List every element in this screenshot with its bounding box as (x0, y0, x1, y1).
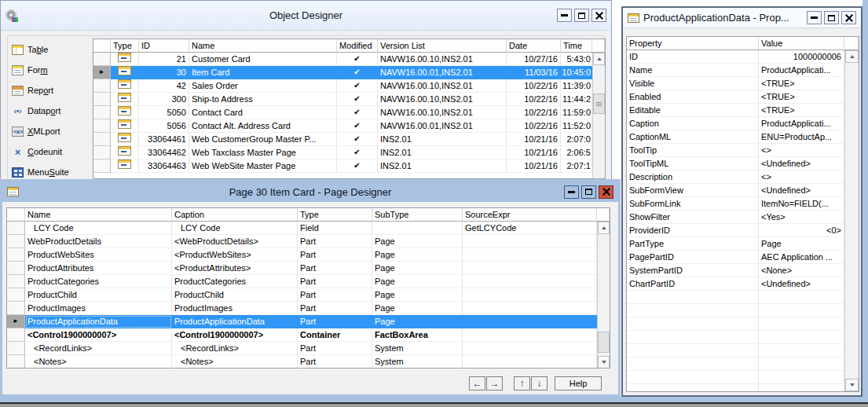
close-button[interactable] (599, 185, 613, 199)
property-row[interactable]: ChartPartID<Undefined> (627, 277, 859, 291)
cell-type[interactable] (111, 93, 139, 106)
cell-modified[interactable]: ✔ (337, 160, 378, 173)
cell-id[interactable]: 5056 (139, 119, 189, 133)
cell-time[interactable]: 2:06:5 (561, 146, 592, 160)
minimize-button[interactable] (557, 9, 572, 22)
row-selector[interactable] (93, 53, 111, 66)
control-row[interactable]: <RecordLinks><RecordLinks>PartSystem (7, 342, 610, 355)
property-row[interactable]: ToolTip<> (627, 144, 859, 157)
row-selector[interactable] (7, 328, 25, 342)
cell-version[interactable]: NAVW16.00.01,INS2.01 (378, 119, 507, 133)
cell-date[interactable]: 10/22/16 (507, 106, 561, 119)
cell-property[interactable]: Enabled (627, 90, 759, 104)
cell-value[interactable]: <Undefined> (759, 277, 844, 291)
cell-property[interactable] (627, 317, 759, 331)
cell-property[interactable]: SubFormView (627, 184, 759, 197)
cell-id[interactable]: 300 (139, 93, 189, 106)
cell-type[interactable]: Field (298, 222, 372, 235)
close-button[interactable] (841, 11, 856, 24)
cell-type[interactable] (111, 106, 139, 119)
cell-sourceexpr[interactable] (463, 328, 597, 342)
cell-value[interactable]: 1000000006 (759, 50, 844, 64)
cell-time[interactable]: 5:43:0 (561, 53, 592, 66)
cell-value[interactable]: ENU=ProductAp... (759, 130, 844, 144)
property-row[interactable]: ToolTipML<Undefined> (627, 157, 859, 170)
row-selector[interactable] (93, 146, 111, 160)
control-row[interactable]: ProductChildProductChildPartPage (7, 288, 610, 302)
cell-name[interactable]: <Control1900000007> (25, 328, 172, 342)
property-row[interactable]: PagePartIDAEC Application ... (627, 251, 859, 264)
cell-property[interactable] (627, 291, 759, 304)
row-selector[interactable] (93, 93, 111, 106)
cell-property[interactable]: ToolTip (627, 144, 759, 157)
cell-value[interactable]: Page (759, 237, 844, 251)
sidebar-item-codeunit[interactable]: Codeunit (12, 144, 62, 160)
cell-name[interactable]: Contact Alt. Address Card (189, 119, 337, 133)
row-selector[interactable] (7, 342, 25, 355)
property-row[interactable] (627, 291, 859, 304)
cell-date[interactable]: 10/21/16 (507, 146, 561, 160)
cell-sourceexpr[interactable] (463, 235, 597, 248)
cell-caption[interactable]: ProductChild (172, 288, 298, 302)
cell-time[interactable]: 10:45:0 (561, 66, 592, 79)
sidebar-item-dataport[interactable]: Dataport (12, 103, 60, 119)
cell-id[interactable]: 33064461 (139, 133, 189, 146)
cell-property[interactable]: ID (627, 50, 759, 64)
cell-property[interactable] (627, 358, 759, 371)
cell-subtype[interactable]: Page (372, 275, 463, 288)
close-button[interactable] (591, 9, 606, 22)
property-row[interactable] (627, 358, 859, 371)
cell-subtype[interactable]: Page (372, 248, 463, 262)
move-right-button[interactable]: → (486, 376, 503, 390)
minimize-button[interactable] (564, 185, 579, 199)
scrollbar-thumb[interactable] (598, 332, 610, 353)
cell-value[interactable]: <> (759, 144, 844, 157)
cell-type[interactable]: Part (298, 355, 372, 368)
row-selector[interactable] (93, 133, 111, 146)
cell-subtype[interactable]: FactBoxArea (372, 328, 463, 342)
property-row[interactable]: CaptionMLENU=ProductAp... (627, 130, 859, 144)
property-row[interactable]: CaptionProductApplicati... (627, 117, 859, 130)
cell-name[interactable]: LCY Code (25, 222, 172, 235)
row-selector[interactable] (93, 119, 111, 133)
vertical-scrollbar[interactable] (844, 50, 859, 391)
cell-property[interactable]: ShowFilter (627, 211, 759, 224)
cell-version[interactable]: NAVW16.00.10,INS2.01 (378, 79, 507, 93)
property-row[interactable]: SystemPartID<None> (627, 264, 859, 277)
row-selector[interactable] (93, 79, 111, 93)
cell-value[interactable]: <None> (759, 264, 844, 277)
cell-property[interactable]: ChartPartID (627, 277, 759, 291)
property-row[interactable]: ShowFilter<Yes> (627, 211, 859, 224)
cell-time[interactable]: 11:52:0 (561, 119, 592, 133)
cell-modified[interactable]: ✔ (337, 119, 378, 133)
cell-modified[interactable]: ✔ (337, 133, 378, 146)
property-row[interactable] (627, 331, 859, 344)
cell-type[interactable] (111, 66, 139, 79)
cell-name[interactable]: Web CustomerGroup Master P... (189, 133, 337, 146)
cell-time[interactable]: 2:07:1 (561, 160, 592, 173)
cell-modified[interactable]: ✔ (337, 106, 378, 119)
maximize-button[interactable] (824, 11, 839, 24)
control-row[interactable]: WebProductDetails<WebProductDetails>Part… (7, 235, 610, 248)
cell-subtype[interactable]: Page (372, 235, 463, 248)
property-row[interactable]: Description<> (627, 170, 859, 184)
property-row[interactable]: Visible<TRUE> (627, 77, 859, 90)
cell-sourceexpr[interactable] (463, 275, 597, 288)
cell-name[interactable]: <Notes> (25, 355, 172, 368)
cell-version[interactable]: INS2.01 (378, 133, 507, 146)
cell-date[interactable]: 10/21/16 (507, 133, 561, 146)
cell-type[interactable] (111, 133, 139, 146)
sidebar-item-xmlport[interactable]: XMLport (12, 123, 60, 139)
page-designer-titlebar[interactable]: Page 30 Item Card - Page Designer (2, 182, 618, 202)
row-selector[interactable] (7, 275, 25, 288)
property-row[interactable]: ProviderID<0> (627, 224, 859, 237)
cell-property[interactable]: SubFormLink (627, 197, 759, 211)
cell-type[interactable] (111, 79, 139, 93)
cell-version[interactable]: NAVW16.00.10,INS2.01 (378, 93, 507, 106)
cell-property[interactable]: CaptionML (627, 130, 759, 144)
cell-property[interactable]: PartType (627, 237, 759, 251)
cell-property[interactable]: SystemPartID (627, 264, 759, 277)
cell-value[interactable]: <Undefined> (759, 157, 844, 170)
cell-name[interactable]: ProductImages (25, 302, 172, 315)
row-selector[interactable] (7, 235, 25, 248)
